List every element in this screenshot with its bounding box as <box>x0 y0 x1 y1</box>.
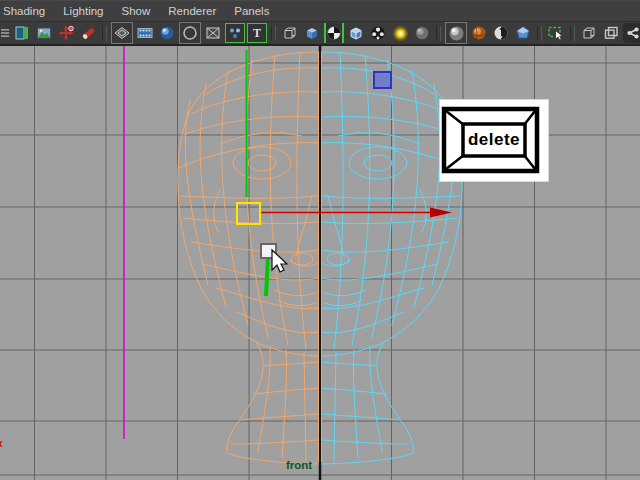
menu-show[interactable]: Show <box>122 5 151 17</box>
menu-lighting[interactable]: Lighting <box>63 5 103 17</box>
toolbar-separator <box>271 26 276 41</box>
wireframe-shaded-cube-icon[interactable] <box>346 23 366 43</box>
mouse-cursor <box>261 244 287 272</box>
circle-outline-icon[interactable] <box>179 22 201 44</box>
shaded-cube-icon[interactable] <box>302 23 322 43</box>
eraser-tool-icon[interactable] <box>78 23 98 43</box>
move-tool-icon[interactable] <box>56 23 76 43</box>
toolbar-separator <box>570 26 575 41</box>
shading-dots-icon[interactable] <box>225 23 245 43</box>
film-gate-icon[interactable] <box>135 23 155 43</box>
share-node-icon[interactable] <box>623 23 640 43</box>
text-icon[interactable]: T <box>247 23 267 43</box>
half-shaded-sphere-icon[interactable] <box>491 23 511 43</box>
head-mesh-left-half[interactable] <box>178 52 319 464</box>
book-icon[interactable] <box>12 23 32 43</box>
maya-panel-window: Shading Lighting Show Renderer Panels <box>0 0 640 480</box>
axis-label-fragment: x <box>0 438 3 448</box>
wireframe-cube-icon[interactable] <box>280 23 300 43</box>
selection-marquee-icon[interactable] <box>546 23 566 43</box>
material-sphere-icon[interactable] <box>445 22 467 44</box>
delete-key-label: delete <box>463 124 525 156</box>
panel-menu-icon[interactable] <box>1 23 10 43</box>
toolbar-separator <box>537 26 542 41</box>
blue-gem-icon[interactable] <box>513 23 533 43</box>
orange-sphere-icon[interactable] <box>469 23 489 43</box>
grid-plane-icon[interactable] <box>111 22 133 44</box>
wireframe-x-icon[interactable] <box>203 23 223 43</box>
panel-menu-bar: Shading Lighting Show Renderer Panels <box>0 0 640 22</box>
delete-key-overlay: delete <box>440 100 548 181</box>
toolbar-separator <box>436 26 441 41</box>
textured-sphere-icon[interactable] <box>324 23 344 43</box>
menu-renderer[interactable]: Renderer <box>168 5 216 17</box>
flat-sphere-icon[interactable] <box>412 23 432 43</box>
checker-ball-icon[interactable] <box>368 23 388 43</box>
shaded-sphere-icon[interactable] <box>157 23 177 43</box>
panel-toolbar: T <box>0 22 640 46</box>
camera-label: front <box>286 459 312 471</box>
svg-text:T: T <box>253 26 261 40</box>
image-plane-icon[interactable] <box>34 23 54 43</box>
menu-panels[interactable]: Panels <box>234 5 269 17</box>
isolate-select-icon[interactable] <box>579 23 599 43</box>
light-icon[interactable] <box>390 23 410 43</box>
selected-face-highlight[interactable] <box>374 72 391 88</box>
toolbar-separator <box>102 26 107 41</box>
menu-shading[interactable]: Shading <box>3 5 45 17</box>
viewport-front: delete front x <box>0 46 640 480</box>
multi-pane-icon[interactable] <box>601 23 621 43</box>
